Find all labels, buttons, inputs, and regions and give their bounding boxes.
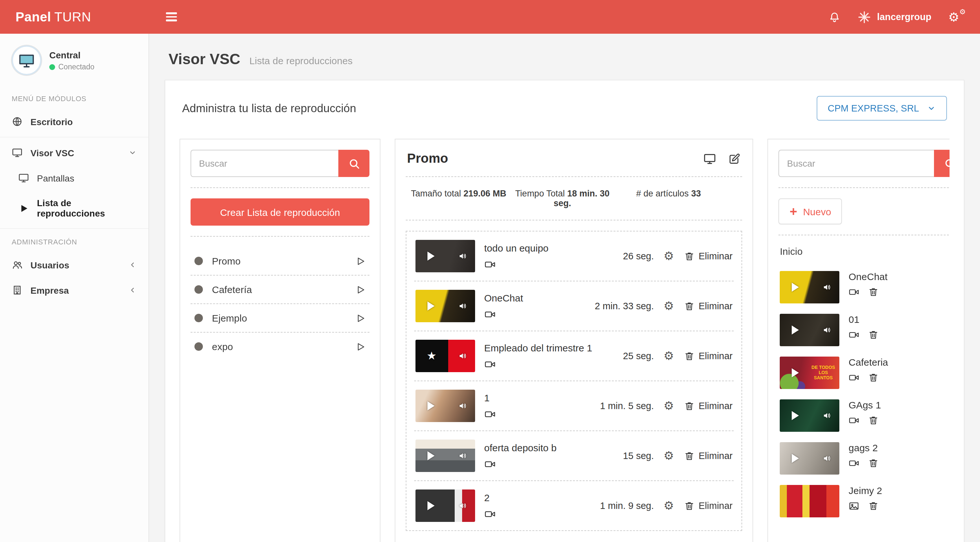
profile-status: Conectado [49,63,94,71]
library-search-input[interactable] [779,150,934,177]
brand-bold: Panel [16,10,51,24]
speaker-icon [458,251,468,261]
media-name: Cafeteria [849,357,888,368]
trash-icon[interactable] [868,501,879,512]
item-actions: 26 seg. ⚙ Eliminar [592,250,733,262]
main-content: Visor VSC Lista de reproducciones Admini… [149,34,980,542]
video-camera-icon [484,358,496,370]
playlist-item-row: oferta deposito b 15 seg. ⚙ Eliminar [414,431,734,481]
video-thumbnail[interactable] [415,489,475,522]
delete-button[interactable]: Eliminar [684,450,733,461]
playlists-panel: Crear Lista de reproducción Promo Cafete… [180,139,380,542]
new-media-label: Nuevo [803,206,831,217]
trash-icon[interactable] [868,415,879,426]
video-camera-icon [484,308,496,320]
media-actions [849,458,879,469]
gear-icon[interactable]: ⚙ [664,450,674,462]
sidebar-item-empresa[interactable]: Empresa [0,277,148,303]
item-title: Empleado del trimestre 1 [484,342,592,353]
brand-light: TURN [54,10,91,24]
media-thumbnail[interactable] [780,399,840,432]
gear-icon[interactable]: ⚙ [664,250,674,262]
playlist-row-ejemplo[interactable]: Ejemplo [191,304,369,333]
playlist-row-expo[interactable]: expo [191,333,369,360]
divider [191,236,369,237]
gear-icon[interactable]: ⚙ [664,400,674,412]
play-outline-icon[interactable] [355,256,366,266]
delete-label: Eliminar [699,251,733,261]
divider [406,176,743,177]
delete-label: Eliminar [699,501,733,511]
sidebar-item-escritorio[interactable]: Escritorio [0,109,148,134]
profile-block[interactable]: Central Conectado [0,45,148,86]
trash-icon[interactable] [868,372,879,383]
playlist-name: expo [212,341,233,352]
play-outline-icon[interactable] [355,284,366,295]
company-select[interactable]: CPM EXPRESS, SRL [817,96,947,121]
sidebar-item-visor-vsc[interactable]: Visor VSC [0,140,148,165]
library-search-button[interactable] [934,150,950,177]
delete-button[interactable]: Eliminar [684,351,733,362]
card-heading: Administra tu lista de reproducción [182,102,356,115]
item-title: todo un equipo [484,242,549,253]
brand-logo[interactable]: PanelTURN [0,10,149,24]
speaker-icon [822,411,832,421]
sidebar-item-usuarios[interactable]: Usuarios [0,252,148,277]
video-thumbnail[interactable] [415,390,475,422]
sidebar-item-pantallas[interactable]: Pantallas [0,165,148,191]
video-camera-icon [849,287,860,298]
playlist-row-cafeteria[interactable]: Cafetería [191,276,369,304]
playlist-detail-title: Promo [407,151,448,166]
gear-icon[interactable]: ⚙ [664,500,674,512]
delete-button[interactable]: Eliminar [684,250,733,261]
gear-icon[interactable]: ⚙ [664,350,674,362]
video-thumbnail[interactable] [415,440,475,472]
sidebar-item-lista-reproducciones[interactable]: Lista de reproducciones [0,191,148,226]
divider [406,220,743,220]
playlist-item-row: todo un equipo 26 seg. ⚙ Eliminar [414,231,734,281]
menu-section-label: MENÚ DE MÓDULOS [0,86,148,109]
sidebar-item-label: Empresa [30,285,69,295]
create-playlist-button[interactable]: Crear Lista de reproducción [191,198,369,226]
edit-icon[interactable] [728,152,741,165]
playlist-dot [194,342,203,351]
content-card: Administra tu lista de reproducción CPM … [165,80,964,542]
playlist-item-row: 1 1 min. 5 seg. ⚙ Eliminar [414,381,734,431]
video-thumbnail[interactable]: ★ [415,340,475,372]
trash-icon[interactable] [868,458,879,469]
video-thumbnail[interactable] [415,290,475,322]
gear-icon[interactable]: ⚙ [664,300,674,312]
trash-icon[interactable] [868,329,879,340]
video-camera-icon [484,508,496,520]
item-actions: 15 seg. ⚙ Eliminar [592,450,733,462]
playlists-search-button[interactable] [338,150,369,177]
play-outline-icon[interactable] [355,313,366,323]
new-media-button[interactable]: + Nuevo [779,198,842,224]
media-thumbnail[interactable] [780,271,840,303]
playlist-row-promo[interactable]: Promo [191,247,369,276]
item-info: 2 [484,492,496,520]
media-thumbnail[interactable] [780,314,840,346]
hamburger-menu-icon[interactable] [162,8,181,25]
settings-gears-icon[interactable]: ⚙⚙ [948,11,963,23]
visor-vsc-subnav: Pantallas Lista de reproducciones [0,165,148,226]
trash-icon[interactable] [868,287,879,298]
delete-button[interactable]: Eliminar [684,400,733,411]
stat-time: Tiempo Total 18 min. 30 seg. [512,189,613,208]
detail-actions [703,152,741,165]
delete-button[interactable]: Eliminar [684,301,733,311]
play-outline-icon[interactable] [355,341,366,352]
speaker-icon [458,501,468,510]
media-thumbnail[interactable] [780,485,840,517]
media-thumbnail[interactable] [780,442,840,475]
delete-button[interactable]: Eliminar [684,500,733,511]
playlist-name: Cafetería [212,284,252,295]
preview-monitor-icon[interactable] [703,152,716,165]
playlists-search-input[interactable] [191,150,338,177]
user-menu[interactable]: lancergroup [858,10,931,24]
video-thumbnail[interactable] [415,240,475,272]
item-info: 1 [484,392,496,420]
bell-icon[interactable] [828,11,841,23]
library-search-row [779,150,950,177]
media-thumbnail[interactable]: DE TODOS LOS SANTOS [780,357,840,389]
